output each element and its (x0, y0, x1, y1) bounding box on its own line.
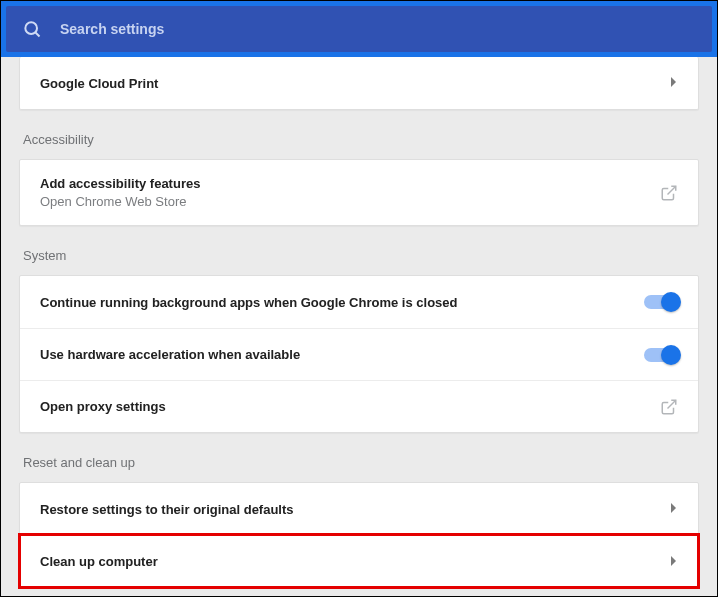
chevron-right-icon (670, 74, 678, 92)
row-title: Clean up computer (40, 554, 158, 569)
row-title: Continue running background apps when Go… (40, 295, 457, 310)
row-clean-up-computer[interactable]: Clean up computer (20, 535, 698, 587)
external-link-icon (660, 184, 678, 202)
search-icon (22, 19, 42, 39)
row-continue-background-apps: Continue running background apps when Go… (20, 276, 698, 328)
section-label-accessibility: Accessibility (1, 110, 717, 159)
search-bar[interactable] (6, 6, 712, 52)
row-title: Open proxy settings (40, 399, 166, 414)
chevron-right-icon (670, 553, 678, 571)
chevron-right-icon (670, 500, 678, 518)
row-restore-defaults[interactable]: Restore settings to their original defau… (20, 483, 698, 535)
svg-point-0 (25, 22, 37, 34)
row-title: Add accessibility features (40, 176, 200, 191)
row-title: Google Cloud Print (40, 76, 158, 91)
toggle-continue-background-apps[interactable] (644, 295, 678, 309)
row-title: Restore settings to their original defau… (40, 502, 294, 517)
row-google-cloud-print[interactable]: Google Cloud Print (20, 57, 698, 109)
external-link-icon (660, 398, 678, 416)
row-open-proxy-settings[interactable]: Open proxy settings (20, 380, 698, 432)
row-subtitle: Open Chrome Web Store (40, 194, 200, 209)
row-hardware-acceleration: Use hardware acceleration when available (20, 328, 698, 380)
section-label-reset: Reset and clean up (1, 433, 717, 482)
toggle-hardware-acceleration[interactable] (644, 348, 678, 362)
row-title: Use hardware acceleration when available (40, 347, 300, 362)
svg-line-3 (668, 400, 676, 408)
search-input[interactable] (60, 21, 700, 37)
row-add-accessibility-features[interactable]: Add accessibility features Open Chrome W… (20, 160, 698, 225)
svg-line-1 (36, 33, 40, 37)
section-label-system: System (1, 226, 717, 275)
svg-line-2 (668, 186, 676, 194)
